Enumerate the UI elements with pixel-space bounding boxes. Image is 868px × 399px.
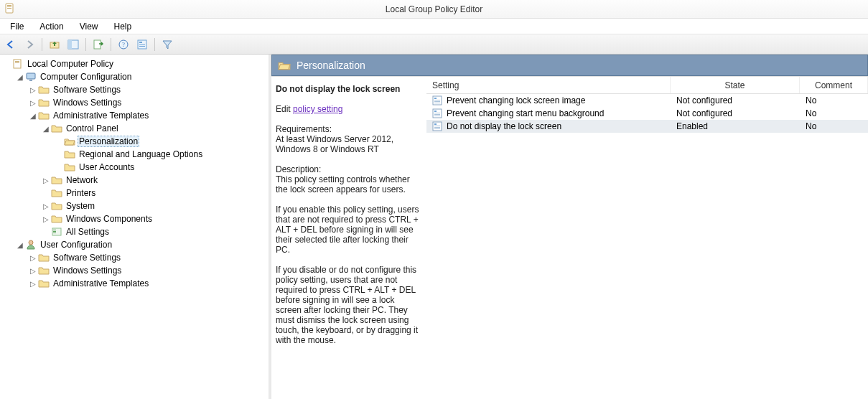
svg-rect-15 bbox=[15, 61, 19, 62]
svg-rect-26 bbox=[434, 100, 440, 100]
folder-icon bbox=[38, 84, 50, 95]
column-comment[interactable]: Comment bbox=[800, 77, 868, 93]
tree-uc-admin-templates[interactable]: ▷Administrative Templates bbox=[29, 277, 269, 290]
menu-help[interactable]: Help bbox=[107, 20, 139, 33]
svg-rect-30 bbox=[434, 111, 437, 112]
svg-rect-3 bbox=[7, 8, 11, 9]
content-title: Personalization bbox=[297, 60, 365, 71]
folder-icon bbox=[51, 200, 62, 212]
tree-software-settings[interactable]: ▷Software Settings bbox=[29, 83, 269, 96]
collapse-icon[interactable]: ◢ bbox=[42, 124, 50, 133]
tree-user-configuration[interactable]: ◢User Configuration bbox=[16, 238, 269, 251]
edit-line: Edit policy setting bbox=[276, 104, 419, 114]
description-column: Do not display the lock screen Edit poli… bbox=[271, 77, 426, 399]
folder-icon bbox=[51, 187, 62, 199]
tree-personalization[interactable]: Personalization bbox=[55, 135, 269, 148]
setting-row[interactable]: Do not display the lock screenEnabledNo bbox=[426, 120, 868, 133]
expand-icon[interactable]: ▷ bbox=[29, 98, 37, 107]
expand-icon[interactable]: ▷ bbox=[42, 176, 50, 184]
tree-control-panel[interactable]: ◢Control Panel bbox=[42, 122, 269, 135]
expand-icon[interactable]: ▷ bbox=[42, 215, 50, 223]
tree-uc-windows-settings[interactable]: ▷Windows Settings bbox=[29, 264, 269, 277]
expand-icon[interactable]: ▷ bbox=[29, 266, 37, 275]
description-paragraph: This policy setting controls whether the… bbox=[276, 174, 419, 194]
up-level-button[interactable] bbox=[47, 37, 62, 52]
svg-rect-20 bbox=[53, 230, 56, 230]
toolbar-separator bbox=[85, 38, 86, 51]
tree-user-accounts[interactable]: User Accounts bbox=[55, 161, 269, 174]
collapse-icon[interactable]: ◢ bbox=[16, 72, 24, 81]
edit-policy-link[interactable]: policy setting bbox=[293, 104, 342, 114]
menu-view[interactable]: View bbox=[73, 20, 106, 33]
tree-label: Network bbox=[65, 175, 99, 185]
tree-system[interactable]: ▷System bbox=[42, 200, 269, 212]
description-heading: Description: bbox=[276, 164, 419, 174]
setting-comment: No bbox=[800, 108, 868, 118]
folder-open-icon bbox=[64, 136, 75, 147]
menu-file[interactable]: File bbox=[3, 20, 31, 33]
policy-root-icon bbox=[12, 58, 24, 70]
show-hide-tree-button[interactable] bbox=[65, 37, 81, 52]
tree-windows-settings[interactable]: ▷Windows Settings bbox=[29, 96, 269, 109]
filter-button[interactable] bbox=[159, 37, 175, 52]
collapse-icon[interactable]: ◢ bbox=[29, 111, 37, 120]
tree-admin-templates[interactable]: ◢Administrative Templates bbox=[29, 109, 269, 122]
tree-label: Regional and Language Options bbox=[78, 149, 204, 159]
back-button[interactable] bbox=[3, 37, 19, 52]
expand-icon[interactable] bbox=[3, 60, 11, 68]
properties-button[interactable] bbox=[134, 37, 150, 52]
folder-icon bbox=[38, 278, 50, 289]
column-setting[interactable]: Setting bbox=[426, 77, 671, 93]
tree-label: Administrative Templates bbox=[52, 111, 150, 121]
expand-icon[interactable]: ▷ bbox=[29, 85, 37, 94]
column-state[interactable]: State bbox=[671, 77, 800, 93]
svg-rect-31 bbox=[434, 113, 440, 113]
tree-computer-configuration[interactable]: ◢ Computer Configuration bbox=[16, 70, 269, 83]
setting-state: Not configured bbox=[671, 95, 800, 105]
tree-label: Computer Configuration bbox=[39, 72, 133, 82]
description-paragraph: If you disable or do not configure this … bbox=[276, 265, 419, 345]
tree-label: Windows Settings bbox=[52, 98, 123, 108]
menu-bar: File Action View Help bbox=[0, 19, 868, 34]
svg-rect-27 bbox=[434, 101, 440, 102]
toolbar-separator bbox=[42, 38, 42, 51]
tree-label: Administrative Templates bbox=[52, 278, 150, 288]
setting-row[interactable]: Prevent changing start menu backgroundNo… bbox=[426, 107, 868, 120]
expand-icon[interactable]: ▷ bbox=[29, 253, 37, 262]
description-paragraph: If you enable this policy setting, users… bbox=[276, 205, 419, 255]
tree-printers[interactable]: Printers bbox=[42, 187, 269, 200]
setting-row[interactable]: Prevent changing lock screen imageNot co… bbox=[426, 94, 868, 107]
expand-icon[interactable]: ▷ bbox=[42, 202, 50, 210]
tree-label: Software Settings bbox=[52, 253, 122, 263]
help-button[interactable]: ? bbox=[116, 37, 131, 52]
tree-uc-software-settings[interactable]: ▷Software Settings bbox=[29, 251, 269, 264]
export-list-button[interactable] bbox=[90, 37, 106, 52]
setting-name: Prevent changing start menu background bbox=[447, 108, 604, 118]
tree-all-settings[interactable]: All Settings bbox=[42, 225, 269, 238]
tree-pane[interactable]: Local Computer Policy ◢ Computer Configu… bbox=[0, 55, 271, 399]
svg-rect-37 bbox=[434, 127, 440, 128]
tree-label: Windows Components bbox=[65, 214, 154, 224]
svg-rect-13 bbox=[139, 46, 145, 47]
svg-rect-1 bbox=[7, 5, 11, 6]
setting-state: Enabled bbox=[671, 121, 800, 131]
tree-regional-language[interactable]: Regional and Language Options bbox=[55, 148, 269, 161]
svg-rect-7 bbox=[94, 40, 101, 49]
tree-network[interactable]: ▷Network bbox=[42, 174, 269, 187]
tree-label: Control Panel bbox=[65, 123, 120, 133]
tree-label: System bbox=[65, 201, 96, 211]
menu-action[interactable]: Action bbox=[32, 20, 70, 33]
tree-windows-components[interactable]: ▷Windows Components bbox=[42, 212, 269, 225]
content-pane: Personalization Do not display the lock … bbox=[271, 55, 868, 399]
expand-icon[interactable]: ▷ bbox=[29, 279, 37, 288]
forward-button[interactable] bbox=[22, 37, 37, 52]
svg-rect-25 bbox=[434, 98, 437, 99]
tree-root[interactable]: Local Computer Policy bbox=[3, 57, 269, 70]
folder-open-icon bbox=[278, 59, 291, 72]
svg-rect-11 bbox=[139, 42, 142, 43]
collapse-icon[interactable]: ◢ bbox=[16, 240, 24, 249]
user-icon bbox=[25, 239, 37, 250]
setting-name: Prevent changing lock screen image bbox=[447, 95, 585, 105]
svg-rect-18 bbox=[29, 80, 32, 81]
computer-icon bbox=[25, 71, 37, 83]
